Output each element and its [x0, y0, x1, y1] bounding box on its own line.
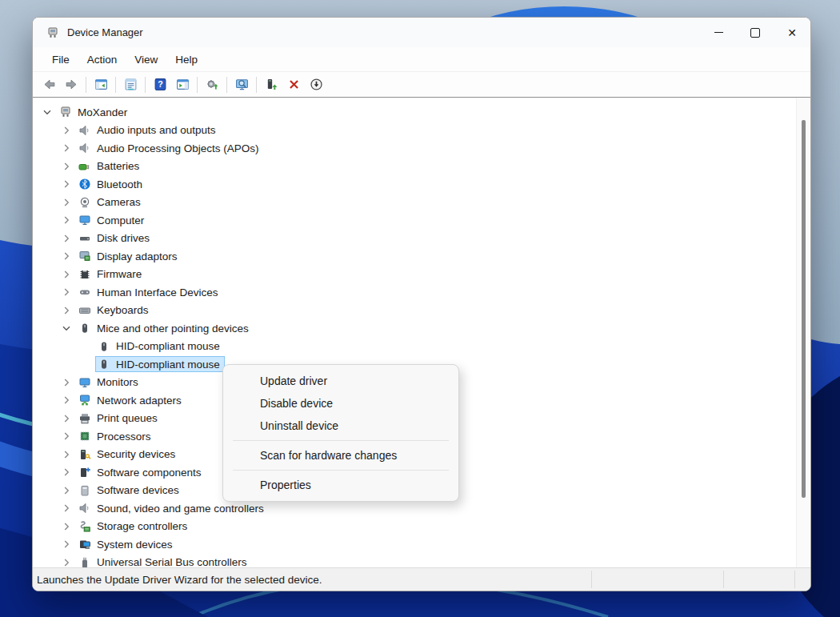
help-button[interactable]: ? [149, 74, 171, 95]
menu-file[interactable]: File [43, 50, 78, 69]
forward-button[interactable] [60, 74, 82, 95]
chevron-right-icon[interactable] [60, 286, 73, 298]
svg-text:?: ? [158, 79, 162, 89]
security-icon [78, 448, 91, 461]
vertical-scrollbar[interactable] [796, 98, 810, 567]
minimize-button[interactable] [700, 18, 737, 47]
chevron-down-icon[interactable] [41, 106, 54, 118]
context-uninstall-device[interactable]: Uninstall device [223, 415, 458, 437]
chevron-right-icon[interactable] [60, 160, 73, 173]
uninstall-button[interactable] [282, 74, 305, 95]
tree-item-computer[interactable]: Computer [33, 211, 797, 230]
chevron-right-icon[interactable] [60, 502, 73, 515]
device-update-button[interactable] [260, 74, 282, 95]
tree-item-label: Mice and other pointing devices [97, 323, 249, 335]
chevron-right-icon[interactable] [60, 484, 73, 497]
context-menu: Update driverDisable deviceUninstall dev… [222, 364, 459, 502]
menu-help[interactable]: Help [166, 50, 206, 69]
tree-item-label: Security devices [97, 448, 175, 460]
row-content: Network adapters [76, 392, 186, 408]
chevron-right-icon[interactable] [60, 142, 73, 154]
minimize-icon [714, 32, 723, 33]
tree-item-label: Universal Serial Bus controllers [97, 556, 247, 567]
row-content: Bluetooth [76, 176, 147, 192]
toolbar-separator [115, 77, 116, 93]
console-tree-icon [94, 78, 108, 91]
monitor-icon [78, 376, 91, 389]
chevron-right-icon[interactable] [60, 232, 73, 245]
toolbar-separator [86, 77, 86, 93]
row-content: Computer [76, 212, 149, 228]
context-scan-for-hardware-changes[interactable]: Scan for hardware changes [223, 444, 458, 467]
menu-bar: FileActionViewHelp [33, 47, 810, 72]
console-tree-button[interactable] [90, 74, 112, 95]
device-manager-icon [46, 26, 59, 39]
tree-item-label: Batteries [97, 160, 139, 172]
tree-item-storage-controllers[interactable]: Storage controllers [33, 518, 797, 536]
tree-item-audio-processing-objects-apos[interactable]: Audio Processing Objects (APOs) [33, 139, 797, 158]
tree-item-hid-compliant-mouse[interactable]: HID-compliant mouse [33, 338, 797, 356]
chevron-spacer [79, 358, 92, 371]
menu-view[interactable]: View [126, 50, 166, 69]
chevron-right-icon[interactable] [60, 196, 73, 209]
tree-item-bluetooth[interactable]: Bluetooth [33, 175, 797, 194]
close-icon: ✕ [787, 27, 797, 38]
chevron-right-icon[interactable] [60, 412, 73, 425]
context-disable-device[interactable]: Disable device [223, 392, 458, 415]
uninstall-icon [287, 78, 301, 91]
tree-item-keyboards[interactable]: Keyboards [33, 302, 797, 320]
tree-item-audio-inputs-and-outputs[interactable]: Audio inputs and outputs [33, 122, 797, 140]
context-update-driver[interactable]: Update driver [223, 370, 458, 392]
chevron-right-icon[interactable] [60, 124, 73, 137]
tree-item-moxander[interactable]: MoXander [33, 103, 797, 122]
chevron-right-icon[interactable] [60, 430, 73, 443]
chevron-right-icon[interactable] [60, 394, 73, 407]
row-content: Audio Processing Objects (APOs) [76, 140, 264, 156]
chevron-right-icon[interactable] [60, 538, 73, 551]
tree-item-disk-drives[interactable]: Disk drives [33, 230, 797, 248]
chevron-down-icon[interactable] [60, 322, 73, 335]
update-gear-button[interactable] [201, 74, 223, 95]
close-button[interactable]: ✕ [774, 18, 810, 47]
chevron-right-icon[interactable] [60, 466, 73, 479]
toolbar-separator [226, 77, 227, 93]
tree-item-universal-serial-bus-controllers[interactable]: Universal Serial Bus controllers [33, 554, 797, 568]
tree-item-system-devices[interactable]: System devices [33, 535, 797, 554]
chevron-right-icon[interactable] [60, 556, 73, 567]
chevron-right-icon[interactable] [60, 214, 73, 226]
tree-item-mice-and-other-pointing-devices[interactable]: Mice and other pointing devices [33, 319, 797, 338]
processor-icon [78, 430, 91, 443]
disable-button[interactable] [305, 74, 327, 95]
action-pane-button[interactable] [171, 74, 194, 95]
tree-item-label: HID-compliant mouse [116, 359, 220, 371]
context-properties[interactable]: Properties [223, 474, 458, 496]
toolbar-separator [256, 77, 257, 93]
tree-item-display-adaptors[interactable]: Display adaptors [33, 247, 797, 266]
scrollbar-thumb[interactable] [802, 120, 806, 498]
tree-item-cameras[interactable]: Cameras [33, 194, 797, 212]
properties-button[interactable] [119, 74, 142, 95]
bluetooth-icon [78, 178, 91, 190]
tree-item-batteries[interactable]: Batteries [33, 158, 797, 176]
chevron-right-icon[interactable] [60, 376, 73, 389]
scan-monitor-button[interactable] [230, 74, 253, 95]
scan-monitor-icon [235, 78, 249, 91]
tree-item-label: MoXander [78, 106, 127, 118]
tree-item-label: HID-compliant mouse [116, 340, 220, 352]
speaker-icon [78, 142, 91, 154]
chevron-right-icon[interactable] [60, 448, 73, 461]
tree-item-human-interface-devices[interactable]: Human Interface Devices [33, 283, 797, 302]
tree-item-sound-video-and-game-controllers[interactable]: Sound, video and game controllers [33, 499, 797, 518]
tree-item-firmware[interactable]: Firmware [33, 266, 797, 284]
chevron-right-icon[interactable] [60, 304, 73, 317]
maximize-button[interactable] [737, 18, 774, 47]
title-bar: Device Manager ✕ [33, 18, 810, 47]
status-text: Launches the Update Driver Wizard for th… [33, 574, 322, 586]
chevron-right-icon[interactable] [60, 268, 73, 281]
chevron-right-icon[interactable] [60, 250, 73, 262]
chevron-spacer [79, 340, 92, 353]
chevron-right-icon[interactable] [60, 520, 73, 533]
chevron-right-icon[interactable] [60, 178, 73, 190]
back-button[interactable] [38, 74, 60, 95]
menu-action[interactable]: Action [78, 50, 126, 69]
